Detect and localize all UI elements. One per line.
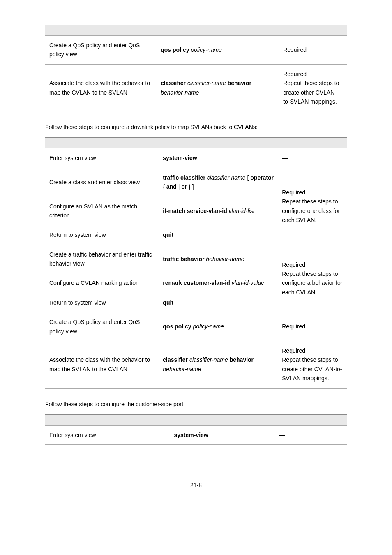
cell-desc: Create a QoS policy and enter QoS policy… xyxy=(45,312,159,341)
cell-cmd: classifier classifier-name behavior beha… xyxy=(159,341,278,388)
header-row xyxy=(45,138,347,148)
col-header-remarks xyxy=(278,138,347,148)
cell-desc: Associate the class with the behavior to… xyxy=(45,64,157,111)
cell-cmd: traffic behavior behavior-name xyxy=(159,245,278,273)
cell-desc: Associate the class with the behavior to… xyxy=(45,341,159,388)
col-header-todo xyxy=(45,138,159,148)
cell-cmd: system-view xyxy=(170,425,275,444)
header-row xyxy=(45,415,347,426)
table-row: Create a traffic behavior and enter traf… xyxy=(45,245,347,273)
cell-remark: Required xyxy=(279,36,347,65)
cell-cmd: if-match service-vlan-id vlan-id-list xyxy=(159,197,278,225)
cell-desc: Create a QoS policy and enter QoS policy… xyxy=(45,36,157,65)
cell-cmd: traffic classifier classifier-name [ ope… xyxy=(159,168,278,197)
cell-desc: Return to system view xyxy=(45,293,159,312)
cell-remark: — xyxy=(275,425,347,444)
cell-remark: — xyxy=(278,148,347,168)
table-row: Associate the class with the behavior to… xyxy=(45,64,347,111)
cell-desc: Create a class and enter class view xyxy=(45,168,159,197)
paragraph-customer-port: Follow these steps to configure the cust… xyxy=(45,400,347,409)
cell-remark: Required Repeat these steps to create ot… xyxy=(278,341,347,388)
col-header-todo xyxy=(45,415,170,426)
table-row: Create a class and enter class view traf… xyxy=(45,168,347,197)
table-row: Create a QoS policy and enter QoS policy… xyxy=(45,312,347,341)
cell-cmd: qos policy policy-name xyxy=(157,36,279,65)
col-header-remarks xyxy=(275,415,347,426)
cell-cmd: remark customer-vlan-id vlan-id-value xyxy=(159,273,278,293)
cell-cmd: classifier classifier-name behavior beha… xyxy=(157,64,279,111)
table-row: Enter system view system-view — xyxy=(45,148,347,168)
col-header-remarks xyxy=(279,25,347,36)
col-header-cmd xyxy=(159,138,278,148)
table-customer-port: Enter system view system-view — xyxy=(45,414,347,445)
cell-desc: Create a traffic behavior and enter traf… xyxy=(45,245,159,273)
cell-remark: Required Repeat these steps to configure… xyxy=(278,168,347,245)
table-row: Associate the class with the behavior to… xyxy=(45,341,347,388)
table-row: Create a QoS policy and enter QoS policy… xyxy=(45,36,347,65)
table-row xyxy=(45,25,347,36)
table-uplink-continued: Create a QoS policy and enter QoS policy… xyxy=(45,25,347,111)
page-number: 21-8 xyxy=(45,482,347,488)
cell-desc: Enter system view xyxy=(45,148,159,168)
cell-cmd: quit xyxy=(159,225,278,245)
cell-desc: Enter system view xyxy=(45,425,170,444)
cell-remark: Required xyxy=(278,312,347,341)
cell-remark: Required Repeat these steps to create ot… xyxy=(279,64,347,111)
paragraph-downlink: Follow these steps to configure a downli… xyxy=(45,123,347,132)
table-row: Enter system view system-view — xyxy=(45,425,347,444)
table-downlink: Enter system view system-view — Create a… xyxy=(45,137,347,388)
cell-desc: Configure an SVLAN as the match criterio… xyxy=(45,197,159,225)
cell-desc: Return to system view xyxy=(45,225,159,245)
col-header-cmd xyxy=(157,25,279,36)
cell-desc: Configure a CVLAN marking action xyxy=(45,273,159,293)
cell-cmd: quit xyxy=(159,293,278,312)
col-header-todo xyxy=(45,25,157,36)
col-header-cmd xyxy=(170,415,275,426)
cell-cmd: system-view xyxy=(159,148,278,168)
cell-cmd: qos policy policy-name xyxy=(159,312,278,341)
cell-remark: Required Repeat these steps to configure… xyxy=(278,245,347,312)
page: Create a QoS policy and enter QoS policy… xyxy=(0,0,392,505)
